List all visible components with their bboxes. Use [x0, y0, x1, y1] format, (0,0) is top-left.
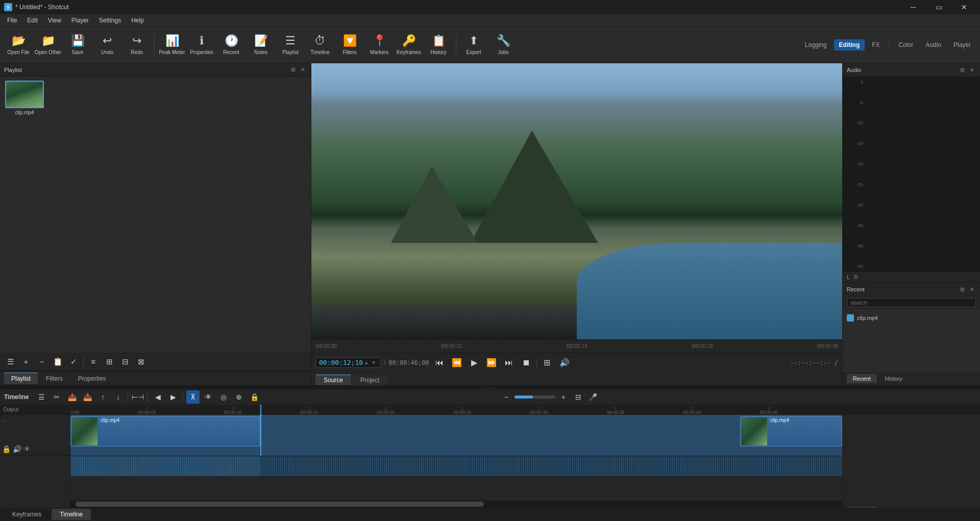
- recent-close-button[interactable]: ✕: [968, 285, 976, 293]
- go-to-end-button[interactable]: ⏭: [502, 356, 516, 370]
- menu-file[interactable]: File: [2, 16, 22, 25]
- tab-properties[interactable]: Properties: [71, 373, 113, 384]
- open-file-button[interactable]: 📂 Open File: [4, 29, 33, 61]
- tab-timeline[interactable]: Timeline: [52, 509, 91, 520]
- maximize-button[interactable]: ▭: [927, 0, 950, 14]
- playlist-list-view[interactable]: ≡: [86, 355, 101, 369]
- timeline-ripple-button[interactable]: 📥: [81, 390, 94, 404]
- save-button[interactable]: 💾 Save: [63, 29, 92, 61]
- playlist-add-button[interactable]: +: [19, 355, 33, 369]
- timeline-zoom-bar[interactable]: [514, 395, 555, 399]
- panel-right: Audio ⊞ ✕ 0 -5 -10 -15 -20 -25 -30 -35 -…: [842, 63, 980, 385]
- timeline-button[interactable]: ⏱ Timeline: [306, 29, 334, 61]
- track-mute-icon[interactable]: 🔊: [13, 445, 21, 453]
- grid-button[interactable]: ⊞: [540, 356, 554, 370]
- menu-settings[interactable]: Settings: [94, 16, 126, 25]
- export-button[interactable]: ⬆ Export: [459, 29, 488, 61]
- menu-player[interactable]: Player: [66, 16, 94, 25]
- recent-button[interactable]: 🕐 Recent: [217, 29, 246, 61]
- history-button[interactable]: 📋 History: [424, 29, 453, 61]
- playlist-icons-view[interactable]: ⊞: [102, 355, 116, 369]
- tab-project[interactable]: Project: [352, 375, 387, 385]
- recent-float-button[interactable]: ⊞: [958, 285, 966, 293]
- timeline-zoom-out-button[interactable]: −: [500, 390, 513, 404]
- menu-help[interactable]: Help: [126, 16, 149, 25]
- timeline-lift-button[interactable]: 📤: [65, 390, 79, 404]
- tab-keyframes[interactable]: Keyframes: [4, 509, 50, 520]
- playlist-remove-button[interactable]: −: [35, 355, 49, 369]
- loop-button[interactable]: ⏹: [519, 356, 533, 370]
- menu-view[interactable]: View: [43, 16, 66, 25]
- audio-close-button[interactable]: ✕: [968, 66, 976, 74]
- peak-meter-button[interactable]: 📊 Peak Meter: [158, 29, 186, 61]
- close-button[interactable]: ✕: [952, 0, 976, 14]
- playlist-copy-button[interactable]: 📋: [51, 355, 65, 369]
- playlist-check-button[interactable]: ✓: [66, 355, 81, 369]
- timeline-record-button[interactable]: 🎤: [586, 390, 600, 404]
- layout-audio[interactable]: Audio: [920, 39, 946, 51]
- fast-forward-button[interactable]: ⏩: [484, 356, 499, 370]
- tl-mark-0: |00:00:00: [315, 343, 337, 349]
- current-timecode[interactable]: 00:00:12;10 ▲ ▼: [315, 357, 381, 368]
- tab-playlist[interactable]: Playlist: [4, 373, 38, 384]
- volume-button[interactable]: 🔊: [557, 356, 572, 370]
- video-clip-left[interactable]: clip.mp4: [70, 416, 260, 446]
- timeline-zoom-in-button[interactable]: +: [557, 390, 570, 404]
- timeline-scrub-button[interactable]: 👁: [202, 390, 215, 404]
- layout-color[interactable]: Color: [894, 39, 919, 51]
- timeline-prev-button[interactable]: ◀: [151, 390, 164, 404]
- recent-item[interactable]: clip.mp4: [847, 312, 976, 324]
- timecode-spin-down[interactable]: ▼: [370, 360, 377, 365]
- tab-filters[interactable]: Filters: [39, 373, 70, 384]
- recent-search-input[interactable]: [847, 298, 976, 307]
- timeline-ripple-all-button[interactable]: ◎: [217, 390, 230, 404]
- markers-button[interactable]: 📍 Markers: [365, 29, 394, 61]
- timeline-trim-button[interactable]: ⊢⊣: [131, 390, 144, 404]
- menu-edit[interactable]: Edit: [22, 16, 43, 25]
- go-to-start-button[interactable]: ⏮: [432, 356, 447, 370]
- video-clip-right[interactable]: clip.mp4: [740, 416, 842, 446]
- audio-float-button[interactable]: ⊞: [958, 66, 966, 74]
- playlist-button[interactable]: ☰ Playlist: [276, 29, 305, 61]
- timeline-menu-button[interactable]: ☰: [35, 390, 48, 404]
- playlist-float-button[interactable]: ⊞: [289, 66, 297, 74]
- track-lock-icon[interactable]: 🔒: [2, 445, 11, 453]
- timeline-track-content[interactable]: clip.mp4 clip.mp4: [70, 415, 842, 501]
- layout-editing[interactable]: Editing: [834, 39, 865, 51]
- tab-recent-recent[interactable]: Recent: [847, 374, 877, 383]
- playlist-menu-button[interactable]: ☰: [3, 355, 17, 369]
- timeline-fit-button[interactable]: ⊟: [572, 390, 585, 404]
- properties-button[interactable]: ℹ Properties: [187, 29, 216, 61]
- timeline-join-button[interactable]: ↑: [96, 390, 109, 404]
- clip-item[interactable]: clip.mp4: [4, 81, 45, 115]
- timeline-center-button[interactable]: ⊕: [232, 390, 246, 404]
- timecode-spin-up[interactable]: ▲: [363, 360, 370, 365]
- playlist-grid-view[interactable]: ⊟: [118, 355, 132, 369]
- playlist-tile-view[interactable]: ⊠: [134, 355, 148, 369]
- tab-recent-history[interactable]: History: [879, 374, 909, 383]
- notes-button[interactable]: 📝 Notes: [247, 29, 275, 61]
- keyframes-button[interactable]: 🔑 Keyframes: [395, 29, 423, 61]
- layout-player[interactable]: Player: [948, 39, 976, 51]
- timeline-lock-button[interactable]: 🔒: [248, 390, 261, 404]
- rewind-button[interactable]: ⏪: [450, 356, 464, 370]
- tab-source[interactable]: Source: [315, 375, 351, 385]
- timeline-append-button[interactable]: ✂: [50, 390, 63, 404]
- filters-button[interactable]: 🔽 Filters: [335, 29, 364, 61]
- playlist-close-button[interactable]: ✕: [299, 66, 307, 74]
- layout-fx[interactable]: FX: [867, 39, 885, 51]
- jobs-button[interactable]: 🔧 Jobs: [489, 29, 518, 61]
- timeline-split-button[interactable]: ↓: [111, 390, 125, 404]
- track-hide-icon[interactable]: 👁: [23, 445, 31, 453]
- jobs-icon: 🔧: [497, 34, 510, 47]
- play-button[interactable]: ▶: [467, 356, 481, 370]
- minimize-button[interactable]: ─: [901, 0, 925, 14]
- undo-button[interactable]: ↩ Undo: [93, 29, 121, 61]
- layout-logging[interactable]: Logging: [800, 39, 832, 51]
- timeline-next-button[interactable]: ▶: [166, 390, 180, 404]
- timeline-snap-button[interactable]: ⊼: [186, 390, 200, 404]
- timeline-scrollbar[interactable]: [70, 501, 842, 508]
- redo-button[interactable]: ↪ Redo: [122, 29, 151, 61]
- scroll-thumb[interactable]: [76, 502, 484, 507]
- open-other-button[interactable]: 📁 Open Other: [34, 29, 62, 61]
